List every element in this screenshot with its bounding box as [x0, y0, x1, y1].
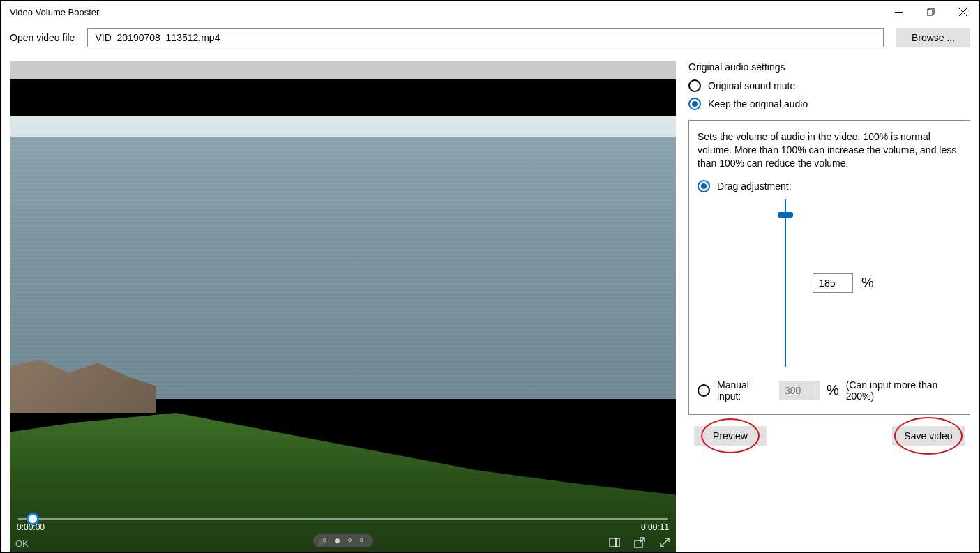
- preview-wrap: Preview: [694, 426, 767, 446]
- radio-keep-indicator: [688, 98, 701, 110]
- settings-panel: Original audio settings Original sound m…: [688, 61, 970, 553]
- video-panel: 0:00:00 0:00:11 OK: [10, 61, 676, 553]
- preview-button[interactable]: Preview: [694, 426, 767, 446]
- share-button[interactable]: [634, 537, 645, 550]
- volume-help: Sets the volume of audio in the video. 1…: [698, 130, 961, 170]
- file-path-input[interactable]: [87, 28, 884, 47]
- browse-button[interactable]: Browse ...: [896, 28, 970, 47]
- maximize-icon: [927, 8, 935, 16]
- seek-bar[interactable]: [18, 518, 668, 520]
- share-icon: [634, 537, 645, 548]
- minimize-button[interactable]: [882, 1, 914, 22]
- carousel-dots[interactable]: [313, 534, 373, 547]
- close-icon: [959, 8, 967, 16]
- duration: 0:00:11: [641, 522, 669, 532]
- preview-sea: [10, 137, 676, 399]
- audio-section-title: Original audio settings: [688, 61, 970, 73]
- volume-box: Sets the volume of audio in the video. 1…: [688, 120, 970, 415]
- dot-2[interactable]: [335, 538, 340, 543]
- manual-value-input: [779, 381, 820, 400]
- minimize-icon: [895, 8, 903, 16]
- dot-4[interactable]: [360, 538, 363, 542]
- volume-slider-thumb[interactable]: [778, 212, 793, 218]
- title-bar: Video Volume Booster: [1, 1, 979, 22]
- snapshot-icon: [609, 537, 620, 548]
- window-controls: [882, 1, 979, 22]
- radio-manual[interactable]: Manual input: % (Can input more than 200…: [698, 379, 961, 402]
- radio-drag-label: Drag adjustment:: [717, 181, 792, 192]
- open-file-label: Open video file: [10, 32, 75, 43]
- open-file-row: Open video file Browse ...: [1, 22, 979, 53]
- window-title: Video Volume Booster: [10, 7, 99, 17]
- radio-drag[interactable]: Drag adjustment:: [698, 180, 961, 192]
- save-video-button[interactable]: Save video: [892, 426, 965, 446]
- maximize-button[interactable]: [914, 1, 947, 22]
- manual-percent-sign: %: [827, 382, 839, 398]
- svg-rect-1: [927, 10, 933, 15]
- close-button[interactable]: [947, 1, 979, 22]
- action-row: Preview Save video: [688, 426, 970, 446]
- radio-drag-indicator: [698, 180, 710, 192]
- manual-hint: (Can input more than 200%): [846, 379, 961, 402]
- volume-value-input[interactable]: [813, 273, 853, 293]
- ok-label: OK: [15, 538, 57, 549]
- radio-mute-label: Original sound mute: [708, 80, 795, 91]
- volume-value-group: %: [813, 273, 874, 293]
- dot-1[interactable]: [323, 538, 326, 542]
- radio-mute[interactable]: Original sound mute: [688, 77, 970, 95]
- main-content: 0:00:00 0:00:11 OK: [1, 53, 979, 553]
- fullscreen-icon: [659, 537, 670, 548]
- radio-keep[interactable]: Keep the original audio: [688, 95, 970, 113]
- video-top-bar: [10, 61, 676, 79]
- save-wrap: Save video: [892, 426, 965, 446]
- radio-manual-indicator: [698, 384, 710, 397]
- seek-thumb[interactable]: [27, 513, 39, 525]
- radio-keep-label: Keep the original audio: [708, 98, 808, 109]
- svg-line-9: [661, 538, 669, 547]
- radio-mute-indicator: [688, 79, 701, 92]
- volume-slider[interactable]: [785, 199, 786, 367]
- dot-3[interactable]: [348, 538, 352, 542]
- snapshot-button[interactable]: [609, 537, 620, 550]
- volume-percent-sign: %: [861, 275, 874, 291]
- slider-area: %: [698, 199, 961, 367]
- svg-rect-5: [610, 538, 616, 547]
- video-preview[interactable]: 0:00:00 0:00:11 OK: [10, 79, 676, 553]
- video-letterbox: [10, 79, 676, 116]
- svg-rect-6: [616, 538, 619, 547]
- radio-manual-label: Manual input:: [717, 379, 772, 402]
- fullscreen-button[interactable]: [659, 537, 670, 550]
- video-frame: 0:00:00 0:00:11 OK: [10, 79, 676, 553]
